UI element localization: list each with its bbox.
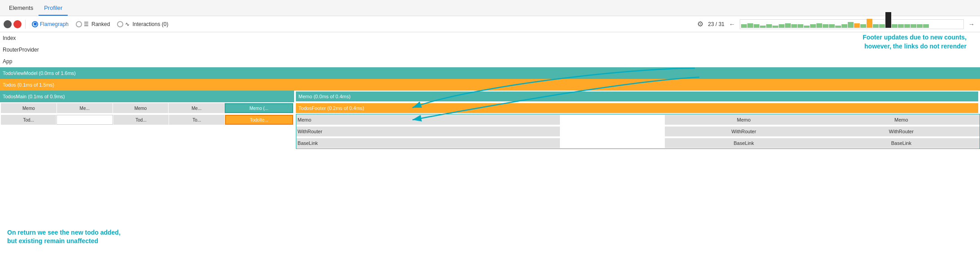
annotation-top-right: Footer updates due to new counts, howeve… <box>863 33 967 51</box>
row-todos[interactable]: Todos (0.1ms of 1.5ms) <box>0 79 980 91</box>
cell-tod-empty[interactable] <box>56 115 113 125</box>
baselink-2[interactable]: BaseLink <box>665 138 822 148</box>
footer-memo-empty <box>560 115 665 125</box>
left-empty <box>0 126 294 137</box>
ranked-radio <box>76 21 82 27</box>
content-area: Index RouterProvider App TodoViewModel (… <box>0 32 980 262</box>
row-todos-main-memo: TodosMain (0.1ms of 0.9ms) Memo (0.0ms o… <box>0 91 980 102</box>
flamegraph-radio <box>32 21 38 27</box>
memo-block[interactable]: Memo (0.0ms of 0.4ms) <box>296 92 978 101</box>
interactions-icon: ∿ <box>125 21 130 27</box>
cell-memo-4[interactable]: Me... <box>169 103 224 113</box>
footer-memo-3[interactable]: Memo <box>823 115 980 125</box>
ranked-label: Ranked <box>91 21 110 27</box>
todos-label: Todos (0.1ms of 1.5ms) <box>3 82 54 87</box>
row-with-router: WithRouter WithRouter WithRouter <box>0 126 980 137</box>
ranked-btn[interactable]: ☰ Ranked <box>73 20 113 29</box>
todos-footer-label: TodosFooter (0.2ms of 0.4ms) <box>299 105 364 111</box>
footer-memo-row: Memo Memo Memo <box>296 114 980 126</box>
cell-todo-item-5-highlight[interactable]: TodoIte... <box>225 115 293 125</box>
cell-memo-2[interactable]: Me... <box>57 103 113 113</box>
todos-main-block[interactable]: TodosMain (0.1ms of 0.9ms) <box>0 91 294 102</box>
withrouter-row: WithRouter WithRouter WithRouter <box>296 126 980 137</box>
row-index-label: Index <box>3 35 16 41</box>
withrouter-3[interactable]: WithRouter <box>823 127 980 136</box>
cell-tod-1[interactable]: Tod... <box>1 115 56 125</box>
baselink-row: BaseLink BaseLink BaseLink <box>296 137 980 149</box>
todo-viewmodel-label: TodoViewModel (0.0ms of 1.6ms) <box>3 70 76 76</box>
divider <box>25 20 26 29</box>
top-tabs: Elements Profiler <box>0 0 980 16</box>
right-footer-cells: Memo Memo Memo <box>296 114 980 126</box>
cell-tod-4[interactable]: To... <box>169 115 224 125</box>
baselink-empty <box>560 138 665 148</box>
memo-cells-left: Memo Me... Memo Me... Memo (... <box>0 102 294 114</box>
stop-record-button[interactable] <box>13 20 22 28</box>
tab-profiler[interactable]: Profiler <box>39 1 68 16</box>
settings-button[interactable]: ⚙ <box>694 19 706 29</box>
row-index: Index <box>0 32 980 44</box>
todos-main-label: TodosMain (0.1ms of 0.9ms) <box>3 94 65 99</box>
interactions-label: Interactions (0) <box>132 21 168 27</box>
cell-memo-5-highlight[interactable]: Memo (... <box>225 103 293 113</box>
row-memo-cells-footer: Memo Me... Memo Me... Memo (... TodosFoo… <box>0 102 980 114</box>
withrouter-label: WithRouter <box>296 127 560 136</box>
row-todo-item-cells: Tod... Tod... To... TodoIte... Memo Memo… <box>0 114 980 126</box>
row-router-label: RouterProvider <box>3 47 39 53</box>
annotation-bottom-left: On return we see the new todo added, but… <box>7 228 121 246</box>
flamegraph-btn[interactable]: Flamegraph <box>29 20 71 29</box>
row-todo-viewmodel[interactable]: TodoViewModel (0.0ms of 1.6ms) <box>0 67 980 79</box>
todos-footer-side: TodosFooter (0.2ms of 0.4ms) <box>294 102 978 114</box>
nav-position: 23 / 31 <box>708 21 724 27</box>
row-baselink: BaseLink BaseLink BaseLink <box>0 137 980 149</box>
cell-memo-3[interactable]: Memo <box>113 103 169 113</box>
row-app: App <box>0 56 980 67</box>
interactions-btn[interactable]: ∿ Interactions (0) <box>114 20 171 29</box>
withrouter-2[interactable]: WithRouter <box>665 127 822 136</box>
ranked-icon: ☰ <box>84 21 89 27</box>
todos-footer-block[interactable]: TodosFooter (0.2ms of 0.4ms) <box>296 103 978 113</box>
row-app-label: App <box>3 58 12 65</box>
cell-tod-3[interactable]: Tod... <box>113 115 169 125</box>
withrouter-empty <box>560 127 665 136</box>
baselink-left-empty <box>0 137 294 149</box>
footer-memo-2[interactable]: Memo <box>665 115 822 125</box>
row-router-provider: RouterProvider <box>0 44 980 56</box>
baselink-label: BaseLink <box>296 138 560 148</box>
toolbar: Flamegraph ☰ Ranked ∿ Interactions (0) ⚙… <box>0 16 980 32</box>
cell-memo-1[interactable]: Memo <box>1 103 56 113</box>
memo-label: Memo (0.0ms of 0.4ms) <box>299 94 351 99</box>
commit-minimap[interactable] <box>740 19 964 29</box>
right-side-memo: Memo (0.0ms of 0.4ms) <box>294 91 978 102</box>
nav-info: 23 / 31 ← → <box>708 19 976 29</box>
baselink-3[interactable]: BaseLink <box>823 138 980 148</box>
flamegraph-label: Flamegraph <box>40 21 69 27</box>
annotation-bottom-left-text: On return we see the new todo added, but… <box>7 229 121 245</box>
interactions-radio <box>117 21 123 27</box>
footer-memo-label: Memo <box>296 115 560 125</box>
annotation-top-right-text: Footer updates due to new counts, howeve… <box>863 34 967 50</box>
tab-elements[interactable]: Elements <box>4 1 39 15</box>
record-button[interactable] <box>4 20 12 28</box>
nav-prev-button[interactable]: ← <box>727 20 737 29</box>
nav-next-button[interactable]: → <box>967 20 976 29</box>
flamegraph-grid: Index RouterProvider App TodoViewModel (… <box>0 32 980 149</box>
todoitem-cells-left: Tod... Tod... To... TodoIte... <box>0 114 294 126</box>
